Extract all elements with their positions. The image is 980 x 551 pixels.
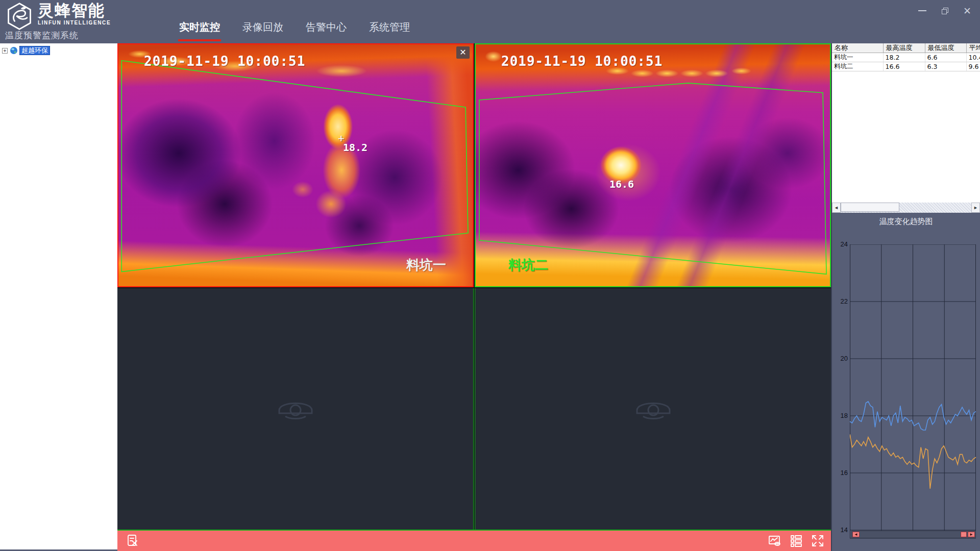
app-window: 灵蜂智能 LINFUN INTELLIGENCE 温度预警监测系统 实时监控 录… xyxy=(0,0,980,551)
video-timestamp: 2019-11-19 10:00:51 xyxy=(501,54,663,69)
crosshair-icon: + xyxy=(338,136,368,141)
minimize-icon xyxy=(918,10,926,11)
restore-button[interactable] xyxy=(939,5,950,16)
empty-video-cell-4[interactable] xyxy=(475,288,831,530)
globe-icon xyxy=(10,46,18,55)
y-axis-tick-label: 24 xyxy=(834,240,848,248)
video-toolbar xyxy=(117,531,831,551)
fullscreen-icon[interactable] xyxy=(811,534,825,548)
chart-scroll-left-icon[interactable]: ◄ xyxy=(852,532,860,537)
layout-grid-icon[interactable] xyxy=(789,534,803,548)
tab-system-management[interactable]: 系统管理 xyxy=(369,20,410,41)
table-header-row: 名称 最高温度 最低温度 平均温度 xyxy=(832,43,980,53)
logo-subtitle: LINFUN INTELLIGENCE xyxy=(38,20,111,26)
spot-temperature-marker: 16.6 xyxy=(604,178,634,190)
detection-region-overlay-1 xyxy=(118,44,473,286)
main-nav: 实时监控 录像回放 告警中心 系统管理 xyxy=(179,20,410,41)
cell-max: 16.6 xyxy=(883,62,925,71)
logo-title: 灵蜂智能 xyxy=(38,2,111,19)
tab-alarm-center[interactable]: 告警中心 xyxy=(306,20,347,41)
camera-name-label: 料坑二 xyxy=(508,256,548,274)
cell-min: 6.6 xyxy=(925,53,966,62)
cell-max: 18.2 xyxy=(883,53,925,62)
col-header-min-temp[interactable]: 最低温度 xyxy=(925,43,966,53)
restore-icon xyxy=(942,8,948,14)
table-horizontal-scrollbar: ◄ ► xyxy=(832,203,980,213)
clear-video-list-icon[interactable] xyxy=(126,534,140,548)
scroll-right-icon[interactable]: ► xyxy=(971,203,980,213)
detection-region-overlay-2 xyxy=(476,44,830,286)
y-axis-tick-label: 16 xyxy=(834,469,848,477)
col-header-name[interactable]: 名称 xyxy=(832,43,883,53)
chart-scroll-right-icon[interactable]: ► xyxy=(968,532,975,537)
y-axis-tick-label: 22 xyxy=(834,297,848,305)
tab-realtime-monitor[interactable]: 实时监控 xyxy=(179,20,220,41)
spot-temperature-value: 16.6 xyxy=(609,178,634,190)
trend-chart: 温度变化趋势图 141618202224 ◄ ► xyxy=(832,213,980,551)
tree-item-label: 超越环保 xyxy=(19,46,50,55)
header: 灵蜂智能 LINFUN INTELLIGENCE 温度预警监测系统 实时监控 录… xyxy=(0,0,980,43)
dome-camera-icon xyxy=(632,393,675,425)
video-cell-1[interactable]: 2019-11-19 10:00:51 ✕ + 18.2 料坑一 xyxy=(117,43,474,287)
close-button[interactable]: ✕ xyxy=(962,5,973,16)
table-row[interactable]: 料坑一 18.2 6.6 10.4 xyxy=(832,53,980,62)
window-controls: ✕ xyxy=(917,5,973,16)
cell-avg: 9.6 xyxy=(966,62,980,71)
y-axis-tick-label: 18 xyxy=(834,412,848,419)
logo-icon xyxy=(5,2,34,31)
cell-min: 6.3 xyxy=(925,62,966,71)
cell-name: 料坑一 xyxy=(832,53,883,62)
tree-expand-icon[interactable]: + xyxy=(2,48,8,54)
tree-item-root[interactable]: + 超越环保 xyxy=(0,43,117,55)
tab-playback[interactable]: 录像回放 xyxy=(242,20,283,41)
trend-overlay-toggle-icon[interactable] xyxy=(768,534,782,548)
trend-plot xyxy=(850,244,976,539)
right-panel: 名称 最高温度 最低温度 平均温度 料坑一 18.2 6.6 10.4 料坑二 xyxy=(832,43,980,551)
chart-scrollbar-thumb[interactable] xyxy=(961,532,967,537)
video-cell-2[interactable]: 2019-11-19 10:00:51 16.6 料坑二 xyxy=(475,43,831,287)
video-timestamp: 2019-11-19 10:00:51 xyxy=(144,54,305,69)
cell-avg: 10.4 xyxy=(966,53,980,62)
scrollbar-track[interactable] xyxy=(841,203,971,213)
scrollbar-thumb[interactable] xyxy=(841,203,899,212)
chart-horizontal-scrollbar: ◄ ► xyxy=(851,531,976,538)
y-axis-tick-label: 14 xyxy=(834,526,848,534)
scroll-left-icon[interactable]: ◄ xyxy=(832,203,841,213)
temperature-stats-table: 名称 最高温度 最低温度 平均温度 料坑一 18.2 6.6 10.4 料坑二 xyxy=(832,43,980,203)
camera-name-label: 料坑一 xyxy=(406,256,446,274)
y-axis-tick-label: 20 xyxy=(834,355,848,362)
cell-name: 料坑二 xyxy=(832,62,883,71)
spot-temperature-marker: + 18.2 xyxy=(338,136,368,154)
col-header-avg-temp[interactable]: 平均温度 xyxy=(966,43,980,53)
system-name: 温度预警监测系统 xyxy=(5,30,79,41)
chart-title: 温度变化趋势图 xyxy=(832,217,980,227)
dome-camera-icon xyxy=(274,393,317,425)
close-video-icon[interactable]: ✕ xyxy=(456,46,470,59)
logo: 灵蜂智能 LINFUN INTELLIGENCE xyxy=(5,2,111,31)
table-row[interactable]: 料坑二 16.6 6.3 9.6 xyxy=(832,62,980,71)
col-header-max-temp[interactable]: 最高温度 xyxy=(883,43,925,53)
empty-video-cell-3[interactable] xyxy=(117,288,474,530)
video-grid: 2019-11-19 10:00:51 ✕ + 18.2 料坑一 2019-11… xyxy=(117,43,831,551)
minimize-button[interactable] xyxy=(917,5,928,16)
spot-temperature-value: 18.2 xyxy=(343,141,368,154)
device-tree-sidebar: + 超越环保 xyxy=(0,43,117,549)
